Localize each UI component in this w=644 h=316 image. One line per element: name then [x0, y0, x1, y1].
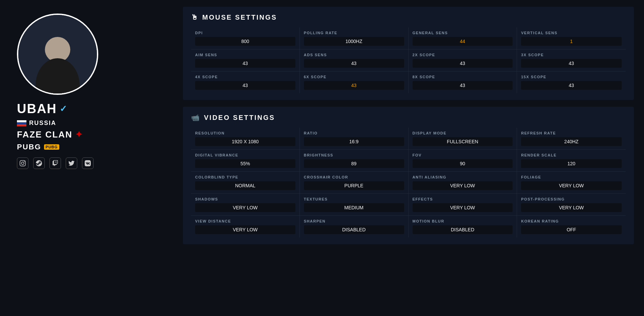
setting-value: 120: [521, 159, 622, 168]
vk-icon[interactable]: [82, 157, 94, 169]
setting-cell: 4X SCOPE43: [191, 71, 300, 93]
setting-label: COLORBLIND TYPE: [195, 175, 295, 179]
setting-cell: 15X SCOPE43: [517, 71, 626, 93]
setting-value: 1920 X 1080: [195, 137, 295, 146]
pubg-badge: PUBG: [44, 144, 60, 150]
settings-row: DPI800POLLING RATE1000HZGENERAL SENS44VE…: [191, 27, 626, 49]
setting-cell: FOV90: [409, 150, 517, 171]
setting-label: VIEW DISTANCE: [195, 219, 295, 223]
setting-cell: AIM SENS43: [191, 49, 300, 71]
setting-value: VERY LOW: [195, 225, 295, 234]
mouse-settings-section: 🖱 MOUSE SETTINGS DPI800POLLING RATE1000H…: [183, 7, 634, 100]
video-settings-title: 📹 VIDEO SETTINGS: [191, 113, 626, 122]
setting-label: 3X SCOPE: [521, 53, 622, 57]
setting-label: ANTI ALIASING: [413, 175, 513, 179]
setting-value: 1: [521, 37, 622, 46]
setting-label: BRIGHTNESS: [304, 153, 404, 157]
setting-value: 800: [195, 37, 295, 46]
setting-value: VERY LOW: [413, 203, 513, 212]
video-settings-section: 📹 VIDEO SETTINGS RESOLUTION1920 X 1080RA…: [183, 107, 634, 244]
settings-row: AIM SENS43ADS SENS432X SCOPE433X SCOPE43: [191, 49, 626, 71]
mouse-settings-title: 🖱 MOUSE SETTINGS: [191, 14, 626, 21]
player-game: PUBG PUBG: [17, 143, 59, 151]
setting-value: 89: [304, 159, 404, 168]
settings-row: VIEW DISTANCEVERY LOWSHARPENDISABLEDMOTI…: [191, 216, 626, 237]
setting-value: 240HZ: [521, 137, 622, 146]
setting-cell: POLLING RATE1000HZ: [300, 27, 409, 49]
setting-value: OFF: [521, 225, 622, 234]
setting-cell: ANTI ALIASINGVERY LOW: [409, 172, 517, 193]
setting-label: ADS SENS: [304, 53, 404, 57]
setting-label: CROSSHAIR COLOR: [304, 175, 404, 179]
setting-cell: RATIO16:9: [300, 128, 409, 149]
verified-icon: ✓: [60, 104, 68, 114]
setting-cell: BRIGHTNESS89: [300, 150, 409, 171]
setting-value: PURPLE: [304, 181, 404, 190]
settings-row: DIGITAL VIBRANCE55%BRIGHTNESS89FOV90REND…: [191, 150, 626, 172]
left-panel: UBAH ✓ RUSSIA FAZE CLAN ✦ PUBG PUBG: [0, 0, 176, 316]
russia-flag-icon: [17, 120, 26, 126]
setting-cell: 2X SCOPE43: [409, 49, 517, 71]
setting-cell: SHARPENDISABLED: [300, 216, 409, 237]
setting-value: VERY LOW: [521, 181, 622, 190]
faze-logo-icon: ✦: [75, 129, 83, 140]
setting-label: RESOLUTION: [195, 131, 295, 135]
setting-value: DISABLED: [304, 225, 404, 234]
setting-cell: DISPLAY MODEFULLSCREEN: [409, 128, 517, 149]
setting-value: 43: [304, 59, 404, 68]
setting-value: FULLSCREEN: [413, 137, 513, 146]
settings-row: RESOLUTION1920 X 1080RATIO16:9DISPLAY MO…: [191, 128, 626, 150]
setting-label: DISPLAY MODE: [413, 131, 513, 135]
setting-value: 1000HZ: [304, 37, 404, 46]
setting-label: SHADOWS: [195, 197, 295, 201]
setting-label: FOLIAGE: [521, 175, 622, 179]
setting-value: 55%: [195, 159, 295, 168]
setting-cell: FOLIAGEVERY LOW: [517, 172, 626, 193]
setting-cell: DIGITAL VIBRANCE55%: [191, 150, 300, 171]
setting-cell: VERTICAL SENS1: [517, 27, 626, 49]
setting-cell: GENERAL SENS44: [409, 27, 517, 49]
setting-value: 43: [521, 81, 622, 90]
setting-label: 4X SCOPE: [195, 75, 295, 79]
steam-icon[interactable]: [33, 157, 45, 169]
setting-cell: POST-PROCESSINGVERY LOW: [517, 194, 626, 215]
twitter-icon[interactable]: [66, 157, 77, 169]
setting-label: AIM SENS: [195, 53, 295, 57]
setting-label: FOV: [413, 153, 513, 157]
setting-value: VERY LOW: [413, 181, 513, 190]
setting-label: REFRESH RATE: [521, 131, 622, 135]
avatar: [17, 14, 98, 95]
settings-row: SHADOWSVERY LOWTEXTURESMEDIUMEFFECTSVERY…: [191, 194, 626, 216]
setting-cell: KOREAN RATINGOFF: [517, 216, 626, 237]
setting-cell: REFRESH RATE240HZ: [517, 128, 626, 149]
setting-label: MOTION BLUR: [413, 219, 513, 223]
setting-value: DISABLED: [413, 225, 513, 234]
setting-value: NORMAL: [195, 181, 295, 190]
setting-label: TEXTURES: [304, 197, 404, 201]
setting-cell: MOTION BLURDISABLED: [409, 216, 517, 237]
player-name: UBAH ✓: [17, 102, 68, 116]
setting-cell: SHADOWSVERY LOW: [191, 194, 300, 215]
setting-cell: COLORBLIND TYPENORMAL: [191, 172, 300, 193]
setting-value: 43: [195, 59, 295, 68]
setting-cell: CROSSHAIR COLORPURPLE: [300, 172, 409, 193]
setting-cell: RESOLUTION1920 X 1080: [191, 128, 300, 149]
setting-cell: 3X SCOPE43: [517, 49, 626, 71]
settings-row: COLORBLIND TYPENORMALCROSSHAIR COLORPURP…: [191, 172, 626, 194]
setting-cell: 6X SCOPE43: [300, 71, 409, 93]
setting-cell: ADS SENS43: [300, 49, 409, 71]
video-icon: 📹: [191, 113, 201, 122]
mouse-icon: 🖱: [191, 14, 199, 21]
setting-label: GENERAL SENS: [413, 31, 513, 35]
video-settings-grid: RESOLUTION1920 X 1080RATIO16:9DISPLAY MO…: [191, 128, 626, 237]
setting-label: 15X SCOPE: [521, 75, 622, 79]
setting-label: 6X SCOPE: [304, 75, 404, 79]
setting-value: VERY LOW: [195, 203, 295, 212]
twitch-icon[interactable]: [49, 157, 61, 169]
setting-label: DIGITAL VIBRANCE: [195, 153, 295, 157]
setting-value: 43: [521, 59, 622, 68]
instagram-icon[interactable]: [17, 157, 28, 169]
setting-value: 44: [413, 37, 513, 46]
player-team: FAZE CLAN ✦: [17, 129, 83, 140]
setting-label: POLLING RATE: [304, 31, 404, 35]
